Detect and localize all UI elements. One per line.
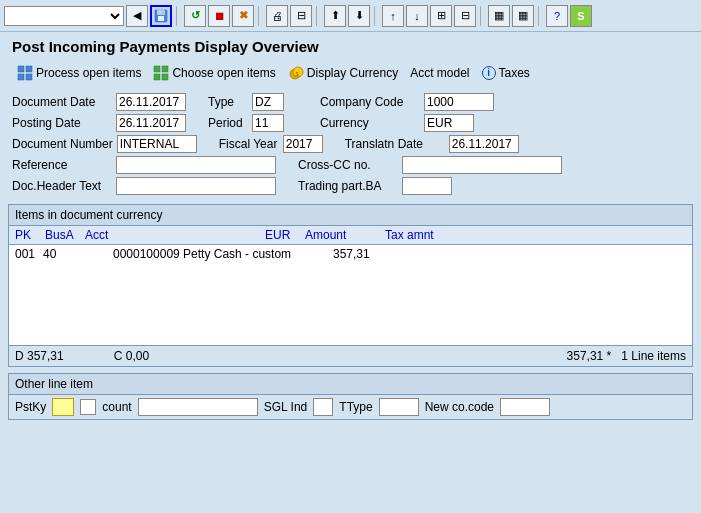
taxes-button[interactable]: i Taxes	[477, 64, 535, 82]
items-table-column-headers: PK BusA Acct EUR Amount Tax amnt	[9, 226, 692, 245]
refresh-button[interactable]: ↺	[184, 5, 206, 27]
table-row[interactable]: 001 40 0000100009 Petty Cash - custom 35…	[9, 245, 692, 263]
type-label: Type	[208, 95, 248, 109]
line-items-count: 1	[621, 349, 628, 363]
find1-button[interactable]: ⬆	[324, 5, 346, 27]
col-header-acct: Acct	[85, 228, 265, 242]
count-input[interactable]	[138, 398, 258, 416]
posting-date-input[interactable]	[116, 114, 186, 132]
fiscal-year-label: Fiscal Year	[219, 137, 279, 151]
new-co-code-input[interactable]	[500, 398, 550, 416]
cell-amount: 357,31	[333, 247, 413, 261]
svg-rect-9	[162, 66, 168, 72]
action-bar: Process open items Choose open items $ D…	[8, 61, 693, 85]
display-currency-button[interactable]: $ Display Currency	[283, 63, 403, 83]
display-currency-label: Display Currency	[307, 66, 398, 80]
save-icon	[154, 9, 168, 23]
svg-rect-5	[26, 66, 32, 72]
process-open-items-label: Process open items	[36, 66, 141, 80]
separator-1	[176, 6, 180, 26]
svg-rect-10	[154, 74, 160, 80]
col-header-pk: PK	[15, 228, 45, 242]
settings-button[interactable]: S	[570, 5, 592, 27]
process-open-items-button[interactable]: Process open items	[12, 63, 146, 83]
download2-button[interactable]: ⊞	[430, 5, 452, 27]
reference-input[interactable]	[116, 156, 276, 174]
form-row-2: Posting Date Period Currency	[12, 114, 689, 132]
total-value: 357,31	[567, 349, 604, 363]
new-co-code-label: New co.code	[425, 400, 494, 414]
download3-button[interactable]: ⊟	[454, 5, 476, 27]
pstky-box	[80, 399, 96, 415]
find2-button[interactable]: ⬇	[348, 5, 370, 27]
company-code-label: Company Code	[320, 95, 420, 109]
separator-5	[480, 6, 484, 26]
currency-label: Currency	[320, 116, 420, 130]
company-code-group: Company Code	[320, 93, 494, 111]
cancel-button[interactable]: ✖	[232, 5, 254, 27]
type-input[interactable]	[252, 93, 284, 111]
toolbar: ◀ ↺ ⏹ ✖ 🖨 ⊟ ⬆ ⬇ ↑ ↓ ⊞ ⊟ ▦ ▦ ? S	[0, 0, 701, 32]
reference-group: Reference	[12, 156, 276, 174]
back-button[interactable]: ◀	[126, 5, 148, 27]
page-title: Post Incoming Payments Display Overview	[8, 38, 693, 55]
svg-rect-7	[26, 74, 32, 80]
cell-pk: 40	[43, 247, 73, 261]
cell-acct: 0000100009 Petty Cash - custom	[113, 247, 293, 261]
choose-open-items-label: Choose open items	[172, 66, 275, 80]
grid-icon-2	[153, 65, 169, 81]
acct-model-button[interactable]: Acct model	[405, 64, 474, 82]
translation-date-input[interactable]	[449, 135, 519, 153]
col-header-eur: EUR	[265, 228, 305, 242]
doc-header-text-input[interactable]	[116, 177, 276, 195]
svg-rect-6	[18, 74, 24, 80]
document-date-input[interactable]	[116, 93, 186, 111]
layout2-button[interactable]: ▦	[512, 5, 534, 27]
sgl-ind-input[interactable]	[313, 398, 333, 416]
col-header-taxamnt: Tax amnt	[385, 228, 465, 242]
cell-line: 001	[15, 247, 43, 261]
svg-rect-8	[154, 66, 160, 72]
doc-header-text-label: Doc.Header Text	[12, 179, 112, 193]
type-group: Type	[208, 93, 284, 111]
col-header-amount: Amount	[305, 228, 385, 242]
company-code-input[interactable]	[424, 93, 494, 111]
currency-input[interactable]	[424, 114, 474, 132]
count-label: count	[102, 400, 131, 414]
summary-row: D 357,31 C 0,00 357,31 * 1 Line items	[9, 345, 692, 366]
export-button[interactable]: ↑	[382, 5, 404, 27]
fiscal-year-input[interactable]	[283, 135, 323, 153]
form-row-4: Reference Cross-CC no.	[12, 156, 689, 174]
choose-open-items-button[interactable]: Choose open items	[148, 63, 280, 83]
pstky-input[interactable]	[52, 398, 74, 416]
ttype-label: TType	[339, 400, 372, 414]
fiscal-year-group: Fiscal Year	[219, 135, 323, 153]
trading-part-input[interactable]	[402, 177, 452, 195]
cross-cc-input[interactable]	[402, 156, 562, 174]
items-table-header: Items in document currency	[9, 205, 692, 226]
svg-rect-4	[18, 66, 24, 72]
coins-icon: $	[288, 65, 304, 81]
doc-header-text-group: Doc.Header Text	[12, 177, 276, 195]
print2-button[interactable]: ⊟	[290, 5, 312, 27]
print-button[interactable]: 🖨	[266, 5, 288, 27]
col-header-busa: BusA	[45, 228, 85, 242]
toolbar-select[interactable]	[4, 6, 124, 26]
download1-button[interactable]: ↓	[406, 5, 428, 27]
bottom-section-header: Other line item	[9, 374, 692, 395]
save-button[interactable]	[150, 5, 172, 27]
bottom-section: Other line item PstKy count SGL Ind TTyp…	[8, 373, 693, 420]
ttype-input[interactable]	[379, 398, 419, 416]
help-button[interactable]: ?	[546, 5, 568, 27]
grid-icon-1	[17, 65, 33, 81]
period-input[interactable]	[252, 114, 284, 132]
translation-date-group: Translatn Date	[345, 135, 519, 153]
posting-date-group: Posting Date	[12, 114, 186, 132]
form-row-5: Doc.Header Text Trading part.BA	[12, 177, 689, 195]
document-number-group: Document Number	[12, 135, 197, 153]
document-date-group: Document Date	[12, 93, 186, 111]
layout1-button[interactable]: ▦	[488, 5, 510, 27]
pstky-label: PstKy	[15, 400, 46, 414]
stop-button[interactable]: ⏹	[208, 5, 230, 27]
document-number-input[interactable]	[117, 135, 197, 153]
